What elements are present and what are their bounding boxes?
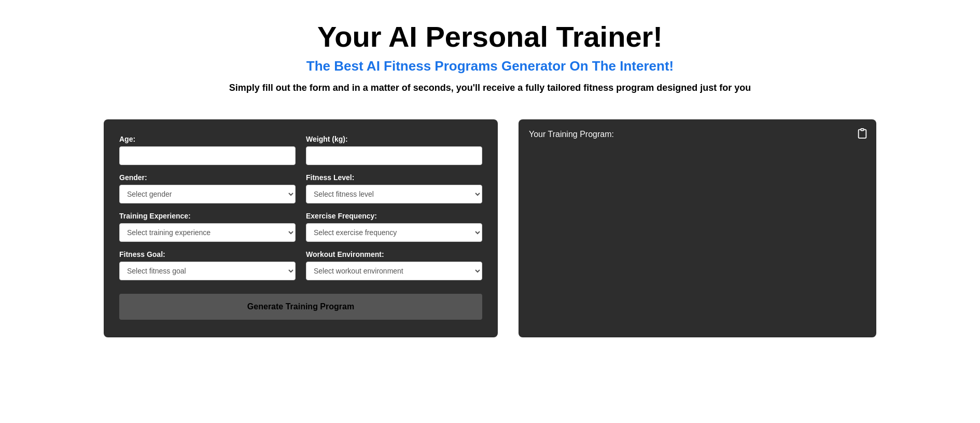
gender-label: Gender: (119, 173, 296, 182)
training-experience-group: Training Experience: Select training exp… (119, 212, 296, 242)
fitness-level-group: Fitness Level: Select fitness level Begi… (306, 173, 482, 203)
header-section: Your AI Personal Trainer! The Best AI Fi… (0, 0, 980, 109)
weight-group: Weight (kg): (306, 135, 482, 165)
exercise-frequency-group: Exercise Frequency: Select exercise freq… (306, 212, 482, 242)
fitness-level-label: Fitness Level: (306, 173, 482, 182)
output-panel: Your Training Program: (519, 119, 876, 337)
fitness-level-select[interactable]: Select fitness level Beginner Intermedia… (306, 185, 482, 203)
clipboard-icon[interactable] (857, 128, 868, 142)
description: Simply fill out the form and in a matter… (10, 83, 970, 93)
age-group: Age: (119, 135, 296, 165)
fitness-goal-select[interactable]: Select fitness goal Weight Loss Muscle G… (119, 262, 296, 280)
svg-rect-0 (861, 128, 864, 130)
goal-environment-row: Fitness Goal: Select fitness goal Weight… (119, 250, 482, 280)
weight-label: Weight (kg): (306, 135, 482, 143)
fitness-goal-label: Fitness Goal: (119, 250, 296, 258)
main-content: Age: Weight (kg): Gender: Select gender … (0, 109, 980, 348)
workout-environment-group: Workout Environment: Select workout envi… (306, 250, 482, 280)
gender-fitness-level-row: Gender: Select gender Male Female Other … (119, 173, 482, 203)
subtitle: The Best AI Fitness Programs Generator O… (10, 58, 970, 74)
weight-input[interactable] (306, 146, 482, 165)
form-panel: Age: Weight (kg): Gender: Select gender … (104, 119, 498, 337)
exercise-frequency-select[interactable]: Select exercise frequency 1-2 days/week … (306, 223, 482, 242)
age-weight-row: Age: Weight (kg): (119, 135, 482, 165)
output-label: Your Training Program: (529, 130, 614, 139)
training-experience-label: Training Experience: (119, 212, 296, 220)
main-title: Your AI Personal Trainer! (10, 21, 970, 53)
training-experience-select[interactable]: Select training experience Less than 1 y… (119, 223, 296, 242)
generate-button[interactable]: Generate Training Program (119, 294, 482, 320)
experience-frequency-row: Training Experience: Select training exp… (119, 212, 482, 242)
fitness-goal-group: Fitness Goal: Select fitness goal Weight… (119, 250, 296, 280)
exercise-frequency-label: Exercise Frequency: (306, 212, 482, 220)
gender-group: Gender: Select gender Male Female Other (119, 173, 296, 203)
workout-environment-label: Workout Environment: (306, 250, 482, 258)
age-input[interactable] (119, 146, 296, 165)
gender-select[interactable]: Select gender Male Female Other (119, 185, 296, 203)
age-label: Age: (119, 135, 296, 143)
workout-environment-select[interactable]: Select workout environment Home Gym Outd… (306, 262, 482, 280)
